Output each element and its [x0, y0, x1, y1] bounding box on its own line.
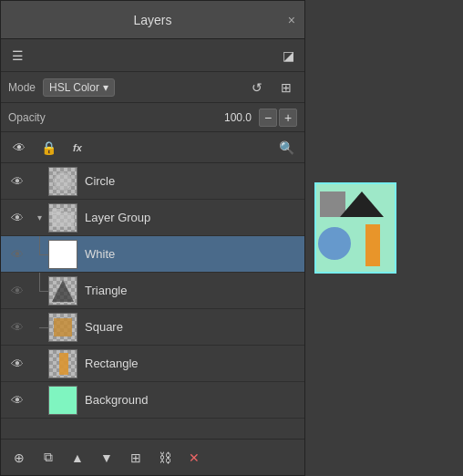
title-bar: Layers × — [1, 1, 304, 39]
fx-filter-icon[interactable]: fx — [67, 137, 88, 159]
layer-name: White — [85, 247, 115, 261]
panel-menu-icon[interactable]: ◪ — [277, 45, 299, 67]
layers-panel: Layers × ☰ ◪ Mode HSL Color ▾ ↺ ⊞ Opacit… — [0, 0, 305, 476]
svg-rect-10 — [365, 224, 380, 266]
opacity-label: Opacity — [8, 111, 224, 124]
stack-icon[interactable]: ☰ — [6, 45, 28, 67]
mode-row: Mode HSL Color ▾ ↺ ⊞ — [1, 72, 304, 103]
expand-icon — [30, 391, 48, 409]
layer-name: Layer Group — [85, 211, 150, 224]
layer-thumbnail — [48, 167, 77, 196]
layer-item[interactable]: 👁 ▾ Layer Group — [1, 200, 304, 236]
search-icon[interactable]: 🔍 — [275, 137, 297, 159]
layer-item[interactable]: 👁 Background — [1, 382, 304, 419]
visibility-toggle[interactable]: 👁 — [5, 242, 30, 267]
layer-item[interactable]: 👁 Circle — [1, 163, 304, 200]
layer-name: Background — [85, 393, 148, 407]
expand-icon — [30, 172, 48, 191]
layer-thumbnail — [48, 203, 77, 233]
layers-list: 👁 Circle 👁 ▾ Layer Group — [1, 163, 304, 439]
layer-thumbnail — [48, 276, 77, 305]
mode-extra-icon[interactable]: ⊞ — [275, 77, 297, 98]
layer-name: Square — [85, 320, 123, 334]
visibility-toggle[interactable]: 👁 — [5, 169, 30, 194]
opacity-value: 100.0 — [224, 111, 252, 124]
svg-rect-5 — [59, 353, 68, 375]
layer-item[interactable]: 👁 Rectangle — [1, 346, 304, 382]
move-down-button[interactable]: ▼ — [94, 445, 119, 471]
visibility-toggle[interactable]: 👁 — [5, 315, 30, 340]
move-up-button[interactable]: ▲ — [65, 445, 90, 471]
opacity-decrease-button[interactable]: − — [259, 109, 277, 127]
expand-icon — [30, 355, 48, 373]
visibility-toggle[interactable]: 👁 — [5, 351, 30, 377]
mode-reset-icon[interactable]: ↺ — [246, 77, 268, 98]
panel-title: Layers — [133, 13, 171, 27]
mode-label: Mode — [8, 81, 36, 94]
mode-select[interactable]: HSL Color ▾ — [43, 78, 115, 97]
delete-button[interactable]: ✕ — [181, 445, 207, 471]
layer-item[interactable]: 👁 Square — [1, 309, 304, 346]
visibility-toggle[interactable]: 👁 — [5, 278, 30, 304]
close-button[interactable]: × — [288, 13, 295, 27]
layer-thumbnail — [48, 240, 77, 269]
new-layer-button[interactable]: ⊕ — [6, 445, 32, 471]
filter-row: 👁 🔒 fx 🔍 — [1, 132, 304, 163]
svg-rect-2 — [52, 209, 61, 214]
layer-thumbnail — [48, 386, 77, 415]
layer-name: Triangle — [85, 284, 127, 297]
lock-filter-icon[interactable]: 🔒 — [37, 137, 59, 159]
opacity-increase-button[interactable]: + — [279, 109, 297, 127]
bottom-toolbar: ⊕ ⧉ ▲ ▼ ⊞ ⛓ ✕ — [1, 439, 304, 475]
layer-name: Circle — [85, 174, 115, 188]
svg-rect-8 — [320, 191, 345, 217]
layer-preview — [314, 182, 396, 274]
merge-button[interactable]: ⛓ — [152, 445, 178, 471]
expand-toggle[interactable]: ▾ — [30, 209, 48, 227]
svg-rect-1 — [52, 212, 74, 227]
svg-marker-3 — [52, 280, 74, 302]
visibility-filter-icon[interactable]: 👁 — [8, 137, 30, 159]
new-group-button[interactable]: ⧉ — [36, 445, 61, 471]
layer-thumbnail — [48, 313, 77, 342]
svg-rect-4 — [54, 318, 72, 336]
layer-item[interactable]: 👁 Triangle — [1, 273, 304, 309]
svg-point-0 — [54, 172, 72, 191]
layer-item[interactable]: 👁 White — [1, 236, 304, 273]
visibility-toggle[interactable]: 👁 — [5, 388, 30, 413]
layer-thumbnail — [48, 349, 77, 378]
toolbar-row: ☰ ◪ — [1, 39, 304, 72]
opacity-row: Opacity 100.0 − + — [1, 103, 304, 132]
duplicate-button[interactable]: ⊞ — [123, 445, 149, 471]
layer-name: Rectangle — [85, 357, 139, 370]
visibility-toggle[interactable]: 👁 — [5, 205, 30, 231]
svg-point-7 — [318, 227, 351, 260]
